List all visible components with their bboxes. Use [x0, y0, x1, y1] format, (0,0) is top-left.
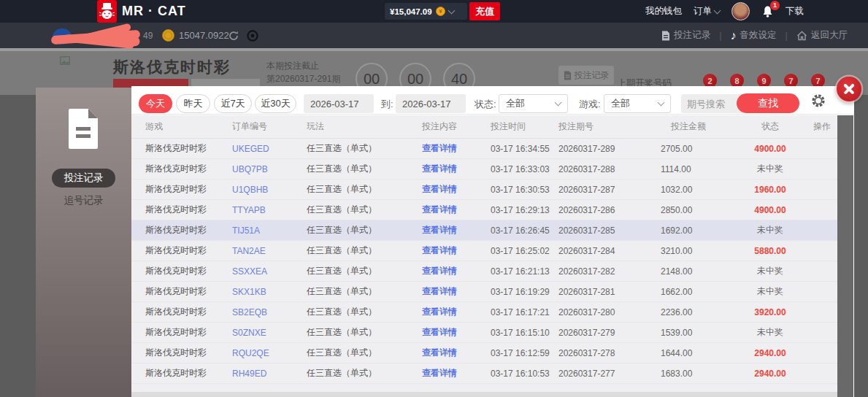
cell-time: 03-17 16:19:29 — [491, 287, 558, 297]
cat-logo-icon — [99, 2, 115, 20]
cell-play: 任三直选（单式） — [307, 367, 422, 379]
filter-last7days[interactable]: 近7天 — [214, 94, 252, 113]
cell-play: 任三直选（单式） — [307, 204, 422, 216]
cell-detail[interactable]: 查看详情 — [422, 224, 491, 236]
cell-time: 03-17 16:26:45 — [491, 226, 558, 236]
filter-last30days[interactable]: 近30天 — [255, 94, 296, 113]
cell-detail[interactable]: 查看详情 — [422, 347, 491, 359]
cell-order[interactable]: RQU2QE — [232, 348, 307, 358]
filter-bar: 今天 昨天 近7天 近30天 到: 状态: 全部 游戏: 全部 查找 — [131, 86, 854, 115]
cell-status: 4900.00 — [734, 205, 807, 215]
account-bar-links: 投注记录 | ♪ 音效设定 | 返回大厅 — [661, 23, 848, 48]
sidebar-item-chase-records[interactable]: 追号记录 — [36, 194, 131, 207]
cell-time: 03-17 16:17:21 — [491, 307, 558, 317]
chevron-down-icon — [555, 99, 562, 107]
bet-records-button-page[interactable]: 投注记录 — [558, 66, 614, 85]
mrcat-logo[interactable] — [97, 0, 117, 23]
coin-balance: 15047.0922 — [179, 30, 229, 41]
cell-detail[interactable]: 查看详情 — [422, 367, 491, 379]
bet-records-link[interactable]: 投注记录 — [661, 29, 710, 42]
cell-detail[interactable]: 查看详情 — [422, 285, 491, 298]
col-game: 游戏 — [145, 120, 232, 133]
cell-order[interactable]: TIJ51A — [232, 226, 307, 236]
cell-detail[interactable]: 查看详情 — [422, 326, 491, 339]
cell-order[interactable]: S0ZNXE — [232, 328, 307, 338]
cell-order[interactable]: UBQ7PB — [232, 164, 307, 174]
sound-settings-link[interactable]: ♪ 音效设定 — [731, 29, 777, 42]
date-from-input[interactable] — [304, 94, 374, 113]
game-label: 游戏: — [579, 98, 601, 111]
cell-amount: 1114.00 — [661, 164, 734, 174]
cell-play: 任三直选（单式） — [307, 163, 422, 175]
account-bar: 49 15047.0922 投注记录 — [0, 23, 868, 48]
gear-icon[interactable] — [810, 93, 826, 109]
cell-status: 未中奖 — [734, 326, 807, 339]
recharge-button[interactable]: 充值 — [469, 2, 500, 20]
eye-icon[interactable] — [247, 30, 258, 42]
sidebar-item-bet-records[interactable]: 投注记录 — [52, 169, 115, 188]
home-icon — [796, 31, 807, 41]
svg-text:¥: ¥ — [439, 8, 442, 15]
filter-yesterday[interactable]: 昨天 — [176, 94, 210, 113]
filter-today[interactable]: 今天 — [139, 94, 172, 113]
cell-detail[interactable]: 查看详情 — [422, 183, 491, 196]
nav-orders[interactable]: 订单 — [694, 5, 720, 18]
cell-detail[interactable]: 查看详情 — [422, 306, 491, 318]
game-title: 斯洛伐克时时彩 — [113, 57, 231, 77]
table-scrollbar[interactable] — [837, 115, 853, 397]
bet-records-label: 投注记录 — [674, 29, 710, 42]
document-icon — [564, 71, 572, 80]
table-row: 斯洛伐克时时彩 SKX1KB 任三直选（单式） 查看详情 03-17 16:19… — [131, 282, 837, 302]
bet-records-button-label: 投注记录 — [575, 69, 610, 82]
cell-game: 斯洛伐克时时彩 — [145, 265, 232, 277]
period-search-input[interactable] — [681, 94, 745, 113]
table-row: 斯洛伐克时时彩 S0ZNXE 任三直选（单式） 查看详情 03-17 16:15… — [131, 323, 837, 343]
cell-order[interactable]: TAN2AE — [232, 246, 307, 256]
date-to-input[interactable] — [396, 94, 466, 113]
cell-order[interactable]: SKX1KB — [232, 287, 307, 297]
user-avatar[interactable] — [731, 2, 750, 20]
broken-image-icon — [60, 56, 70, 65]
screen: MR · CAT ¥15,047.09 ¥ 充值 我的钱包 订单 1 — [0, 0, 868, 397]
cell-detail[interactable]: 查看详情 — [422, 265, 491, 277]
cell-order[interactable]: UKEGED — [232, 144, 307, 154]
cell-game: 斯洛伐克时时彩 — [145, 347, 232, 359]
cell-amount: 2236.00 — [661, 307, 734, 317]
cell-period: 20260317-281 — [558, 287, 661, 297]
cell-order[interactable]: SB2EQB — [232, 307, 307, 317]
cell-time: 03-17 16:10:53 — [491, 369, 558, 379]
records-document-icon — [67, 108, 99, 149]
cell-order[interactable]: TTYAPB — [232, 205, 307, 215]
game-select[interactable]: 全部 — [604, 94, 671, 113]
nav-wallet[interactable]: 我的钱包 — [645, 5, 682, 18]
cell-period: 20260317-285 — [558, 226, 661, 236]
return-lobby-link[interactable]: 返回大厅 — [796, 29, 848, 42]
cell-order[interactable]: RH49ED — [232, 369, 307, 379]
cell-game: 斯洛伐克时时彩 — [145, 306, 232, 318]
status-select[interactable]: 全部 — [499, 94, 568, 113]
cell-detail[interactable]: 查看详情 — [422, 142, 491, 155]
cell-period: 20260317-280 — [558, 307, 661, 317]
cell-game: 斯洛伐克时时彩 — [145, 367, 232, 379]
cell-status: 4900.00 — [734, 144, 807, 154]
notifications-bell[interactable]: 1 — [761, 5, 774, 18]
cell-game: 斯洛伐克时时彩 — [145, 244, 232, 257]
cell-status: 3920.00 — [734, 307, 807, 317]
cell-order[interactable]: U1QBHB — [232, 185, 307, 195]
cell-status: 未中奖 — [734, 163, 807, 175]
cell-detail[interactable]: 查看详情 — [422, 204, 491, 216]
cell-order[interactable]: SSXXEA — [232, 266, 307, 277]
cell-status: 5880.00 — [734, 246, 807, 256]
cell-detail[interactable]: 查看详情 — [422, 163, 491, 175]
cell-time: 03-17 16:15:10 — [491, 328, 558, 338]
table-row: 斯洛伐克时时彩 TTYAPB 任三直选（单式） 查看详情 03-17 16:29… — [131, 200, 837, 220]
cell-amount: 2148.00 — [661, 266, 734, 277]
cell-detail[interactable]: 查看详情 — [422, 244, 491, 257]
header-nav: 我的钱包 订单 1 下载 — [645, 0, 868, 23]
close-modal-button[interactable] — [837, 77, 861, 101]
nav-download[interactable]: 下载 — [786, 5, 804, 18]
refresh-icon[interactable] — [228, 31, 239, 41]
search-button[interactable]: 查找 — [737, 93, 799, 113]
balance-chip[interactable]: ¥15,047.09 ¥ — [385, 3, 467, 20]
cell-amount: 1683.00 — [661, 369, 734, 379]
